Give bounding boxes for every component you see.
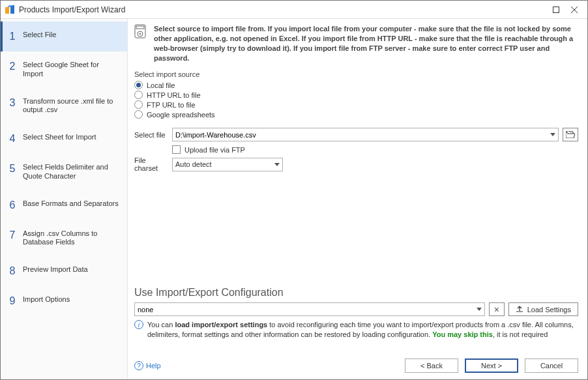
config-select[interactable] bbox=[134, 302, 485, 316]
close-button[interactable] bbox=[565, 3, 583, 16]
step-6-formats[interactable]: 6Base Formats and Separators bbox=[1, 190, 127, 220]
browse-file-button[interactable] bbox=[563, 128, 578, 141]
svg-rect-0 bbox=[5, 7, 9, 14]
intro-text: Select source to import file from. If yo… bbox=[154, 24, 578, 63]
config-dropdown-button[interactable] bbox=[474, 303, 484, 315]
back-button[interactable]: < Back bbox=[405, 358, 458, 373]
wizard-steps-sidebar: 1Select File 2Select Google Sheet for Im… bbox=[1, 19, 128, 379]
step-4-select-sheet[interactable]: 4Select Sheet for Import bbox=[1, 124, 127, 154]
upload-ftp-label: Upload file via FTP bbox=[184, 146, 245, 154]
step-7-assign-columns[interactable]: 7Assign .csv Columns to Database Fields bbox=[1, 220, 127, 257]
charset-select[interactable]: Auto detect bbox=[172, 158, 283, 171]
import-source-label: Select import source bbox=[134, 70, 578, 78]
svg-marker-11 bbox=[274, 163, 280, 166]
upload-icon bbox=[516, 305, 523, 314]
config-title: Use Import/Export Configuration bbox=[134, 287, 578, 299]
help-link[interactable]: ? Help bbox=[134, 361, 161, 370]
svg-marker-12 bbox=[477, 308, 482, 311]
file-dropdown-button[interactable] bbox=[548, 128, 558, 141]
radio-icon bbox=[134, 81, 143, 89]
svg-point-8 bbox=[140, 33, 141, 35]
main-panel: Select source to import file from. If yo… bbox=[128, 19, 587, 379]
select-file-label: Select file bbox=[134, 131, 168, 139]
step-9-options[interactable]: 9Import Options bbox=[1, 286, 127, 316]
help-icon: ? bbox=[134, 361, 143, 370]
file-path-input[interactable] bbox=[172, 128, 559, 141]
radio-icon bbox=[134, 91, 143, 99]
charset-dropdown-button[interactable] bbox=[272, 158, 282, 171]
config-info-text: You can load import/export settings to a… bbox=[147, 320, 578, 339]
clear-config-button[interactable]: × bbox=[489, 302, 505, 316]
intro: Select source to import file from. If yo… bbox=[134, 24, 578, 63]
app-icon bbox=[5, 5, 15, 15]
radio-icon bbox=[134, 110, 143, 119]
step-3-transform-xml[interactable]: 3Transform source .xml file to output .c… bbox=[1, 88, 127, 124]
upload-ftp-checkbox[interactable] bbox=[172, 145, 181, 154]
step-2-google-sheet[interactable]: 2Select Google Sheet for Import bbox=[1, 51, 127, 88]
maximize-button[interactable] bbox=[547, 3, 565, 16]
import-source-group: Local file HTTP URL to file FTP URL to f… bbox=[134, 81, 578, 119]
load-settings-button[interactable]: Load Settings bbox=[508, 302, 578, 316]
step-8-preview[interactable]: 8Preview Import Data bbox=[1, 256, 127, 286]
step-5-delimiter[interactable]: 5Select Fields Delimiter and Quote Chara… bbox=[1, 154, 127, 190]
radio-http-url[interactable]: HTTP URL to file bbox=[134, 91, 578, 99]
window-title: Products Import/Export Wizard bbox=[15, 5, 547, 14]
cancel-button[interactable]: Cancel bbox=[525, 358, 578, 373]
next-button[interactable]: Next > bbox=[465, 358, 518, 373]
radio-ftp-url[interactable]: FTP URL to file bbox=[134, 100, 578, 109]
svg-rect-3 bbox=[553, 7, 559, 12]
titlebar: Products Import/Export Wizard bbox=[1, 1, 587, 19]
radio-local-file[interactable]: Local file bbox=[134, 81, 578, 89]
svg-marker-10 bbox=[550, 133, 555, 136]
step-1-select-file[interactable]: 1Select File bbox=[1, 22, 127, 51]
charset-label: File charset bbox=[134, 156, 168, 172]
radio-google-sheets[interactable]: Google spreadsheets bbox=[134, 110, 578, 119]
info-icon: i bbox=[134, 320, 143, 329]
wizard-window: Products Import/Export Wizard 1Select Fi… bbox=[0, 0, 588, 380]
radio-icon bbox=[134, 100, 143, 109]
disk-icon bbox=[134, 24, 147, 40]
